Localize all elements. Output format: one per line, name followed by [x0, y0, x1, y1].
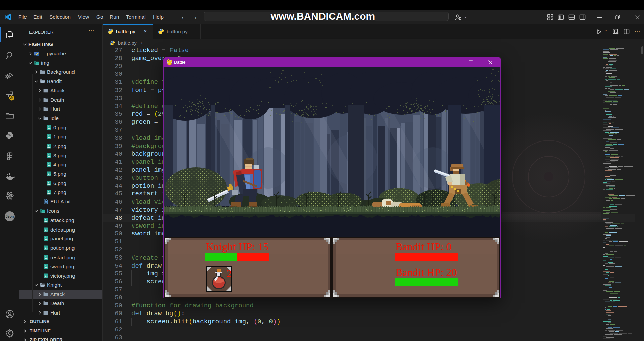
svg-text:Bandit HP: 0: Bandit HP: 0: [395, 241, 451, 253]
svg-text:Knight HP: 15: Knight HP: 15: [206, 241, 269, 253]
svg-text:Bandit HP: 20: Bandit HP: 20: [395, 266, 457, 278]
svg-text:2: 2: [226, 267, 232, 279]
